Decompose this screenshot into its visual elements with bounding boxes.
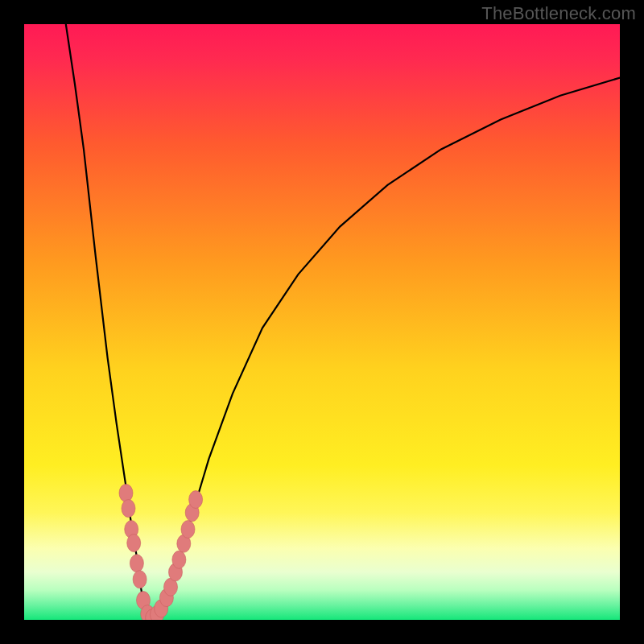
outer-frame: TheBottleneck.com	[0, 0, 644, 644]
data-marker	[122, 500, 135, 518]
data-marker	[172, 551, 186, 568]
gradient-background	[24, 24, 620, 620]
plot-area	[24, 24, 620, 620]
watermark-text: TheBottleneck.com	[481, 3, 636, 24]
data-marker	[127, 535, 141, 552]
data-marker	[189, 491, 203, 509]
data-marker	[181, 521, 195, 539]
data-marker	[119, 484, 133, 502]
data-marker	[130, 555, 143, 572]
chart-svg	[24, 24, 620, 620]
data-marker	[133, 571, 147, 588]
